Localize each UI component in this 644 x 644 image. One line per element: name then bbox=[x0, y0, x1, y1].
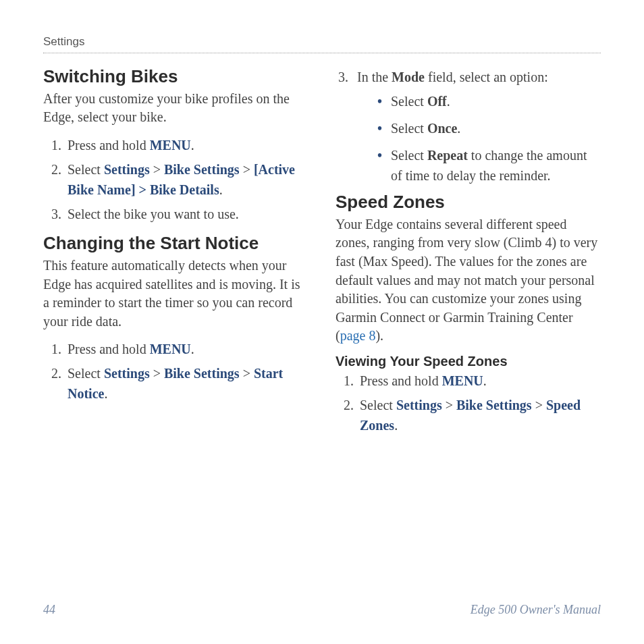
step-text: Press and hold bbox=[68, 138, 150, 153]
para-start-notice: This feature automatically detects when … bbox=[43, 257, 308, 331]
step-text: . bbox=[191, 342, 194, 356]
menu-label: MENU bbox=[150, 342, 191, 356]
option-repeat: Repeat bbox=[427, 148, 468, 163]
step-text: > bbox=[240, 162, 254, 177]
mode-label: Mode bbox=[392, 70, 425, 84]
list-item: Press and hold MENU. bbox=[65, 339, 308, 359]
heading-viewing-zones: Viewing Your Speed Zones bbox=[336, 354, 601, 369]
nav-path: Settings bbox=[104, 366, 150, 381]
steps-mode: 3. In the Mode field, select an option: … bbox=[336, 67, 601, 186]
step-text: . bbox=[191, 138, 194, 153]
option-once: Once bbox=[427, 121, 457, 136]
option-text: . bbox=[457, 121, 460, 136]
step-text: Select the bike you want to use. bbox=[68, 207, 239, 221]
mode-options: Select Off. Select Once. Select Repeat t… bbox=[357, 91, 601, 186]
para-speed-zones: Your Edge contains several different spe… bbox=[336, 215, 601, 346]
option-text: Select bbox=[391, 94, 427, 109]
page-number: 44 bbox=[43, 603, 55, 617]
doc-title: Edge 500 Owner's Manual bbox=[471, 603, 601, 617]
step-number: 3. bbox=[338, 67, 348, 87]
nav-path: Bike Settings bbox=[164, 162, 240, 177]
body-text: ). bbox=[375, 328, 383, 343]
list-item: Select Once. bbox=[377, 118, 601, 138]
manual-page: Settings Switching Bikes After you custo… bbox=[0, 0, 644, 644]
page-link[interactable]: page 8 bbox=[340, 328, 376, 343]
step-text: > bbox=[240, 366, 254, 381]
step-text: field, select an option: bbox=[425, 70, 548, 84]
right-column: 3. In the Mode field, select an option: … bbox=[336, 60, 601, 445]
steps-switching-bikes: Press and hold MENU. Select Settings > B… bbox=[43, 135, 308, 224]
steps-viewing-zones: Press and hold MENU. Select Settings > B… bbox=[336, 371, 601, 435]
nav-path: Settings bbox=[396, 398, 442, 412]
running-head: Settings bbox=[43, 35, 601, 53]
menu-label: MENU bbox=[150, 138, 191, 153]
option-off: Off bbox=[427, 94, 447, 109]
option-text: Select bbox=[391, 148, 427, 163]
option-text: . bbox=[447, 94, 450, 109]
step-text: Select bbox=[68, 366, 104, 381]
steps-start-notice: Press and hold MENU. Select Settings > B… bbox=[43, 339, 308, 404]
left-column: Switching Bikes After you customize your… bbox=[43, 60, 308, 445]
list-item: Select Off. bbox=[377, 91, 601, 111]
step-text: . bbox=[104, 386, 107, 401]
step-text: Select bbox=[68, 162, 104, 177]
step-text: > bbox=[442, 398, 456, 412]
heading-speed-zones: Speed Zones bbox=[336, 192, 601, 213]
step-text: . bbox=[394, 418, 398, 433]
body-text: Your Edge contains several different spe… bbox=[336, 217, 597, 344]
list-item: Select Repeat to change the amount of ti… bbox=[377, 145, 601, 186]
option-text: Select bbox=[391, 121, 427, 136]
nav-path: Bike Settings bbox=[164, 366, 240, 381]
para-switching-bikes: After you customize your bike profiles o… bbox=[43, 90, 308, 127]
list-item: Press and hold MENU. bbox=[65, 135, 308, 155]
step-text: . bbox=[219, 182, 223, 197]
step-text: > bbox=[150, 366, 164, 381]
list-item: Select Settings > Bike Settings > Speed … bbox=[357, 395, 601, 435]
list-item: Press and hold MENU. bbox=[357, 371, 601, 391]
columns: Switching Bikes After you customize your… bbox=[43, 60, 601, 445]
heading-start-notice: Changing the Start Notice bbox=[43, 234, 308, 254]
list-item: Select the bike you want to use. bbox=[65, 204, 308, 224]
step-text: Press and hold bbox=[68, 342, 150, 356]
heading-switching-bikes: Switching Bikes bbox=[43, 67, 308, 87]
menu-label: MENU bbox=[442, 373, 483, 388]
page-footer: 44 Edge 500 Owner's Manual bbox=[43, 603, 601, 617]
step-text: Press and hold bbox=[360, 373, 442, 388]
step-text: . bbox=[483, 373, 487, 388]
step-text: > bbox=[150, 162, 164, 177]
step-text: Select bbox=[360, 398, 396, 412]
nav-path: Bike Settings bbox=[456, 398, 532, 412]
list-item: Select Settings > Bike Settings > Start … bbox=[65, 363, 308, 404]
step-text: > bbox=[532, 398, 546, 412]
step-text: In the bbox=[357, 70, 392, 84]
list-item: Select Settings > Bike Settings > [Activ… bbox=[65, 159, 308, 200]
list-item: 3. In the Mode field, select an option: … bbox=[336, 67, 601, 186]
nav-path: Settings bbox=[104, 162, 150, 177]
